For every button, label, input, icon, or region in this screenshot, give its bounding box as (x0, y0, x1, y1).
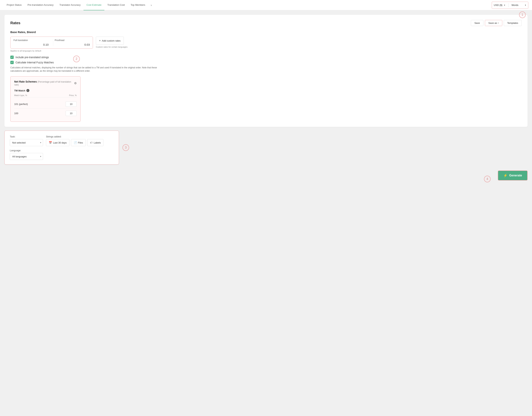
price-col-header: Price, % (69, 94, 77, 96)
task-filter-group: Task: Not selected Translation Proofread… (10, 135, 43, 146)
currency-select-wrapper[interactable]: USD ($) EUR (€) GBP (£) (492, 2, 507, 8)
language-select-wrapper[interactable]: All languages English French German (10, 153, 43, 160)
save-as-button[interactable]: Save as ▾ (485, 20, 502, 26)
full-translation-group: Full translation (13, 39, 52, 46)
calculate-fuzzy-checkmark (10, 61, 14, 64)
generate-row: 4 ⚡ Generate (4, 168, 528, 184)
task-label: Task: (10, 135, 43, 138)
calendar-icon: 📅 (49, 141, 52, 144)
strings-added-group: Strings added: 📅 Last 30 days 📄 Files 🏷 … (46, 135, 104, 146)
save-as-chevron-icon: ▾ (498, 22, 499, 24)
add-custom-label: Add custom rates (102, 39, 120, 42)
generate-icon: ⚡ (503, 173, 507, 178)
strings-added-label: Strings added: (46, 135, 104, 138)
badge-1: 1 (519, 11, 526, 18)
tm-rows: 101 (perfect) 100 (14, 100, 77, 118)
labels-label: Labels (94, 141, 101, 144)
file-icon: 📄 (74, 141, 77, 144)
tm-match-info-icon[interactable]: i (26, 89, 29, 92)
full-translation-label: Full translation (13, 39, 48, 42)
rate-fields-box: Full translation Proofread (10, 37, 93, 48)
include-pretranslated-checkmark (10, 56, 14, 59)
full-translation-input[interactable] (13, 43, 48, 46)
main-content: 1 Rates Save Save as ▾ Templates Base Ra… (0, 10, 532, 416)
net-rate-settings-icon[interactable]: ⚙ (74, 81, 77, 85)
filter-card: 3 Task: Not selected Translation Proofre… (4, 131, 119, 165)
proofread-input[interactable] (55, 43, 90, 46)
fuzzy-description: Calculates all internal matches, display… (10, 66, 158, 73)
unit-select-wrapper[interactable]: Words Characters (510, 2, 528, 8)
nav-item-translator-accuracy[interactable]: Translator Accuracy (57, 0, 84, 10)
currency-select[interactable]: USD ($) EUR (€) GBP (£) (492, 2, 507, 8)
top-navigation: Project Status Pre-translation Accuracy … (0, 0, 532, 10)
task-select-wrapper[interactable]: Not selected Translation Proofreading (10, 139, 43, 146)
match-type-col-header: Match type, % (14, 94, 27, 96)
strings-buttons: 📅 Last 30 days 📄 Files 🏷 Labels (46, 139, 104, 146)
last-30-days-button[interactable]: 📅 Last 30 days (46, 139, 69, 146)
tm-match-row: TM Match i (14, 89, 77, 92)
net-rate-title-group: Net Rate Schemes (Percentage paid of ful… (14, 80, 74, 86)
add-custom-rates-button[interactable]: + Add custom rates (96, 37, 124, 45)
last-30-days-label: Last 30 days (53, 141, 67, 144)
tm-row-match-100: 100 (14, 112, 18, 115)
table-row: 100 (14, 109, 77, 118)
tm-match-label: TM Match i (14, 89, 29, 92)
save-as-label: Save as (488, 22, 497, 24)
include-pretranslated-label: Include pre-translated strings (16, 56, 49, 59)
rates-title: Rates (10, 21, 20, 25)
badge-2: 2 (73, 56, 80, 62)
include-pretranslated-checkbox[interactable]: Include pre-translated strings (10, 56, 522, 59)
rates-card: 1 Rates Save Save as ▾ Templates Base Ra… (4, 15, 528, 127)
files-label: Files (78, 141, 83, 144)
rates-card-header: Rates Save Save as ▾ Templates (10, 20, 522, 26)
tm-row-price-101[interactable] (66, 101, 77, 107)
full-translation-field-group: Full translation Proofread Applies to al… (10, 37, 93, 52)
applies-text: Applies to all languages by default (10, 50, 93, 52)
tm-row-match-101: 101 (perfect) (14, 103, 28, 105)
custom-rates-desc: Custom rates for certain languages (96, 46, 127, 48)
card-actions: Save Save as ▾ Templates (471, 20, 522, 26)
nav-selects-container: USD ($) EUR (€) GBP (£) Words Characters (492, 2, 528, 9)
proofread-label: Proofread (55, 39, 90, 42)
net-rate-box: Net Rate Schemes (Percentage paid of ful… (10, 76, 81, 122)
language-select[interactable]: All languages English French German (10, 153, 43, 160)
calculate-fuzzy-checkbox[interactable]: Calculate Internal Fuzzy Matches (10, 61, 522, 64)
nav-item-project-status[interactable]: Project Status (4, 0, 25, 10)
net-rate-header: Net Rate Schemes (Percentage paid of ful… (14, 80, 77, 86)
calculate-fuzzy-label: Calculate Internal Fuzzy Matches (16, 61, 54, 64)
net-rate-column-headers: Match type, % Price, % (14, 94, 77, 97)
templates-button[interactable]: Templates (504, 20, 522, 26)
checkboxes-group: 2 Include pre-translated strings Calcula… (10, 56, 522, 73)
tm-row-price-100[interactable] (66, 111, 77, 116)
proofread-group: Proofread (55, 39, 90, 46)
nav-item-cost-estimate[interactable]: Cost Estimate (84, 0, 104, 10)
labels-button[interactable]: 🏷 Labels (87, 139, 104, 146)
nav-item-top-members[interactable]: Top Members (128, 0, 148, 10)
task-select[interactable]: Not selected Translation Proofreading (10, 139, 43, 146)
language-label: Language: (10, 149, 43, 152)
generate-label: Generate (509, 174, 522, 177)
add-custom-group: + Add custom rates Custom rates for cert… (96, 37, 127, 48)
net-rate-title: Net Rate Schemes (14, 80, 37, 83)
tag-icon: 🏷 (90, 141, 93, 144)
table-row: 101 (perfect) (14, 100, 77, 109)
nav-item-pre-translation[interactable]: Pre-translation Accuracy (25, 0, 57, 10)
badge-3: 3 (123, 144, 129, 151)
unit-select[interactable]: Words Characters (510, 2, 528, 8)
filter-row-bottom: Language: All languages English French G… (10, 149, 114, 160)
base-rates-section-label: Base Rates, $/word (10, 30, 522, 34)
files-button[interactable]: 📄 Files (71, 139, 86, 146)
plus-icon: + (99, 39, 101, 42)
language-filter-group: Language: All languages English French G… (10, 149, 43, 160)
base-rates-grid: Full translation Proofread Applies to al… (10, 37, 522, 52)
generate-button[interactable]: ⚡ Generate (498, 170, 528, 180)
save-button[interactable]: Save (471, 20, 484, 26)
nav-item-translation-cost[interactable]: Translation Cost (104, 0, 128, 10)
badge-4: 4 (484, 176, 491, 182)
filter-row-top: Task: Not selected Translation Proofread… (10, 135, 114, 146)
nav-more-button[interactable]: › (149, 2, 153, 8)
